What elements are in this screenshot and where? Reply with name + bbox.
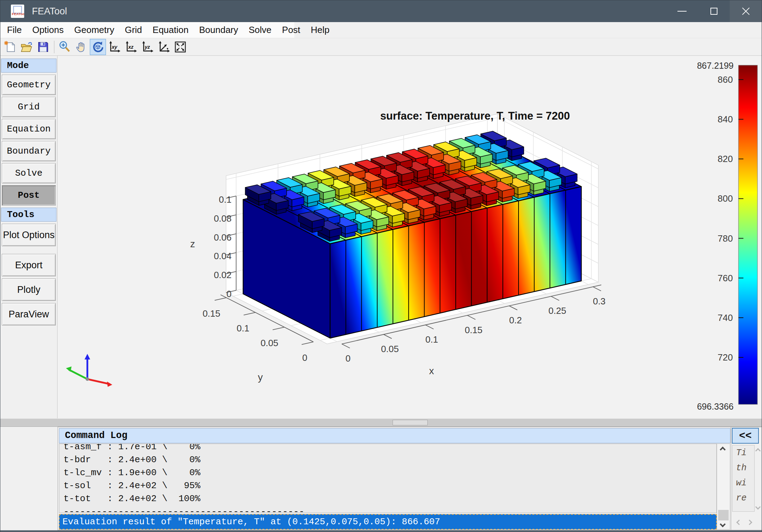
tip-line: Ti [733,445,754,460]
app-logo-icon: FEATool [11,5,24,18]
window-bottom-edge [0,530,762,532]
command-log-output[interactable]: t-asm_f : 1.7e-01 \ 0% t-bdr : 2.4e+00 \… [59,444,717,513]
evaluation-result-item[interactable]: Evaluation result of "Temperature, T" at… [59,514,717,530]
menu-options[interactable]: Options [27,22,69,38]
view-xz-icon: xz [124,40,138,54]
colorbar: 860840820800780760740720867.2199696.3366 [697,61,757,411]
maximize-button[interactable] [698,0,730,22]
window-title: FEATool [32,6,67,17]
mode-header: Mode [1,59,56,73]
svg-text:0.04: 0.04 [214,251,232,261]
pan-button[interactable] [73,39,89,55]
svg-text:0.3: 0.3 [593,296,606,307]
svg-text:yz: yz [144,44,150,49]
view-xy-button[interactable]: xy [106,39,122,55]
tool-export-button[interactable]: Export [2,254,56,276]
tool-plotly-button[interactable]: Plotly [2,278,56,301]
svg-text:FEATool: FEATool [12,12,24,16]
scroll-up-icon[interactable] [720,447,726,453]
view-3d-button[interactable] [156,39,172,55]
mode-geometry-button[interactable]: Geometry [2,75,56,95]
svg-text:0.1: 0.1 [237,323,249,334]
svg-text:0.02: 0.02 [214,270,232,280]
svg-text:740: 740 [718,312,733,323]
mode-solve-button[interactable]: Solve [2,163,56,183]
tips-scroll-left-icon[interactable] [736,520,742,525]
menu-equation[interactable]: Equation [147,22,194,38]
panel-divider [731,427,731,530]
tips-panel[interactable]: Tithwire [732,445,755,512]
splitter-handle[interactable] [393,420,428,425]
new-button[interactable] [2,39,18,55]
menu-geometry[interactable]: Geometry [69,22,120,38]
fit-view-button[interactable] [172,39,188,55]
view-yz-button[interactable]: yz [139,39,155,55]
svg-text:x: x [429,365,434,376]
menu-help[interactable]: Help [306,22,335,38]
svg-text:0.2: 0.2 [509,315,522,325]
collapse-panel-button[interactable]: << [732,428,759,444]
panel-splitter[interactable] [0,418,762,427]
svg-text:0.05: 0.05 [381,344,399,354]
menu-grid[interactable]: Grid [120,22,147,38]
colorbar-max-label: 867.2199 [697,61,734,70]
new-file-icon [4,40,17,54]
svg-text:0.05: 0.05 [261,338,279,348]
tips-scroll-up-icon[interactable] [755,448,761,454]
svg-text:860: 860 [718,74,733,85]
view-xz-button[interactable]: xz [123,39,139,55]
tip-line: re [733,491,754,506]
plot-title: surface: Temperature, T, Time = 7200 [380,110,570,122]
fit-view-icon [174,40,187,54]
menu-post[interactable]: Post [277,22,306,38]
tips-scroll-right-icon[interactable] [747,520,753,525]
plot-canvas[interactable]: 00.050.10.150.20.250.300.050.10.1500.020… [58,56,762,418]
log-scrollbar-thumb[interactable] [718,510,729,520]
close-button[interactable] [730,0,762,22]
command-log-panel: Command Log << t-asm_f : 1.7e-01 \ 0% t-… [58,427,762,530]
tool-plot-options-button[interactable]: Plot Options [2,224,56,246]
scroll-down-icon[interactable] [720,521,726,527]
tips-scroll-down-icon[interactable] [755,504,761,510]
mode-equation-button[interactable]: Equation [2,119,56,139]
mode-boundary-button[interactable]: Boundary [2,141,56,161]
svg-text:0.08: 0.08 [214,213,232,224]
menu-boundary[interactable]: Boundary [194,22,243,38]
svg-text:0.06: 0.06 [214,232,232,243]
view-xy-icon: xy [108,40,121,54]
featool-window: FEATool FEATool FileOptionsGeometryGridE… [0,0,762,532]
save-button[interactable] [35,39,51,55]
zoom-button[interactable] [57,39,73,55]
minimize-icon [677,11,687,12]
svg-text:0.1: 0.1 [219,194,232,205]
open-button[interactable] [19,39,35,55]
maximize-icon [710,8,717,15]
minimize-button[interactable] [666,0,698,22]
save-icon [36,40,50,54]
view-3d-icon [157,40,171,54]
command-log-text: t-asm_f : 1.7e-01 \ 0% t-bdr : 2.4e+00 \… [59,444,716,513]
svg-text:0.15: 0.15 [465,325,483,335]
svg-text:0: 0 [346,353,350,364]
menubar: FileOptionsGeometryGridEquationBoundaryS… [0,22,762,38]
mode-post-button[interactable]: Post [2,185,56,206]
toolbar-separator [54,41,54,53]
toolbar: xy xz yz [0,38,762,56]
menu-file[interactable]: File [2,22,27,38]
svg-text:720: 720 [718,352,733,363]
tool-paraview-button[interactable]: ParaView [2,303,56,325]
log-scrollbar[interactable] [717,444,730,530]
svg-text:xz: xz [128,44,134,49]
menu-solve[interactable]: Solve [243,22,277,38]
svg-text:780: 780 [718,233,733,244]
plot-panel[interactable]: 00.050.10.150.20.250.300.050.10.1500.020… [58,56,762,418]
svg-text:0.25: 0.25 [548,305,566,316]
rotate-button[interactable] [90,39,106,55]
command-log-header: Command Log [59,428,730,443]
titlebar: FEATool FEATool [0,0,762,22]
colorbar-min-label: 696.3366 [697,402,734,411]
svg-text:840: 840 [718,114,733,124]
close-icon [741,7,750,16]
svg-text:0: 0 [302,352,307,363]
mode-grid-button[interactable]: Grid [2,97,56,117]
